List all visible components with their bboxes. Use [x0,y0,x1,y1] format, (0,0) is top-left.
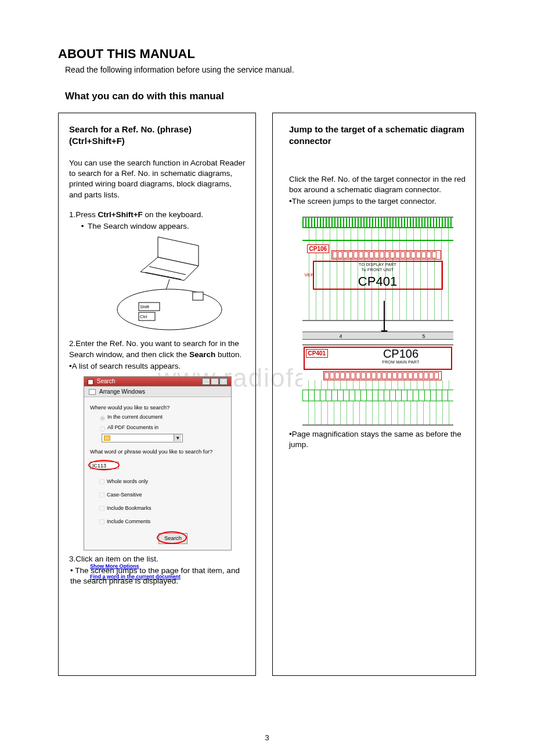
arrange-windows-label: Arrange Windows [99,388,145,396]
dialog-title-text: Search [97,378,116,384]
maximize-icon: □ [211,378,219,385]
step2-bold: Search [189,350,215,359]
schematic-panel-top: CP106 VER TO DISPLAY PART To FRONT UNIT … [302,217,453,321]
check-case-label: Case-Sensitive [107,492,142,498]
heading-what-you-can-do: What you can do with this manual [65,91,476,102]
svg-rect-5 [193,292,203,300]
label-cp106-big: CP106 [355,348,448,359]
ruler-5: 5 [422,333,425,340]
right-desc2: •The screen jumps to the target connecto… [289,196,466,207]
step1-shortcut: Ctrl+Shift+F [98,210,143,219]
connector-pins-top [333,251,440,258]
link-find-word: Find a word in the current document [90,573,225,580]
check-case: Case-Sensitive [96,489,225,501]
step1-suffix: on the keyboard. [143,210,203,219]
box-title-right: Jump to the target of a schematic diagra… [289,124,466,146]
box-title-left: Search for a Ref. No. (phrase) (Ctrl+Shi… [69,124,246,146]
box-search-refno: Search for a Ref. No. (phrase) (Ctrl+Shi… [58,113,256,676]
search-input-wrap: IC113 [90,462,225,469]
arrange-icon [89,389,96,395]
radio-all-label: All PDF Documents in [107,425,158,431]
minimize-icon: _ [202,378,210,385]
folder-dropdown [102,434,183,442]
radio-all-docs: All PDF Documents in [96,423,225,433]
step1-prefix: 1.Press [69,210,98,219]
label-cp401-big: CP401 [302,273,453,290]
dialog-titlebar: Search _ □ × [84,377,231,386]
page-number: 3 [265,733,269,742]
key-ctrl: Ctrl [140,314,147,319]
arrow-down-icon [384,301,385,336]
intro-text: Read the following information before us… [65,65,476,74]
close-icon: × [219,378,228,385]
search-button-wrap: Search [158,533,187,544]
search-dialog-illustration: Search _ □ × Arrange Windows Where would… [84,376,232,550]
box-jump-connector: Jump to the target of a schematic diagra… [272,113,476,676]
link-show-more: Show More Options [90,563,225,570]
label-cp401-small: CP401 [306,349,329,358]
svg-point-4 [117,289,222,330]
label-cp106-top: CP106 [307,244,330,254]
search-button-label: Search [158,533,187,544]
step1-result: The Search window appears. [69,221,246,232]
label-from-main: FROM MAIN PART [355,359,448,365]
check-bookmarks-label: Include Bookmarks [107,505,151,511]
schematic-panel-bottom: CP401 CP106 FROM MAIN PART [302,344,453,426]
radio-current-doc: In the current document [96,413,225,422]
what-label: What word or phrase would you like to se… [90,448,225,456]
page-content: ABOUT THIS MANUAL Read the following inf… [0,0,534,699]
check-comments-label: Include Comments [107,519,150,524]
check-comments: Include Comments [96,516,225,527]
check-whole-label: Whole words only [107,478,148,484]
number-row [302,404,453,410]
right-note: •Page magnification stays the same as be… [289,429,466,450]
radio-current-label: In the current document [107,415,163,420]
step1-result-text: The Search window appears. [88,222,189,231]
schematic-illustration: CP106 VER TO DISPLAY PART To FRONT UNIT … [302,217,453,426]
step2-b: button. [215,350,241,359]
pdf-icon [88,379,93,385]
check-bookmarks: Include Bookmarks [96,503,225,514]
step2-result: •A list of search results appears. [69,361,246,372]
connector-pins-bottom [324,372,441,379]
check-whole-words: Whole words only [96,476,225,487]
laptop-illustration: Shift Ctrl [82,234,233,333]
lower-green-row [302,390,453,401]
folder-icon [104,435,110,441]
search-input-value: IC113 [90,462,119,469]
arrange-windows-bar: Arrange Windows [84,386,231,398]
where-label: Where would you like to search? [90,404,225,412]
label-to-display: TO DISPLAY PART [302,262,453,267]
heading-about: ABOUT THIS MANUAL [58,46,476,62]
step1: 1.Press Ctrl+Shift+F on the keyboard. [69,210,246,220]
ruler-4: 4 [340,333,342,340]
right-desc1: Click the Ref. No. of the target connect… [289,174,466,195]
key-shift: Shift [140,304,150,309]
step2: 2.Enter the Ref. No. you want to search … [69,339,246,359]
left-desc: You can use the search function in Acrob… [69,158,246,200]
label-to-front: To FRONT UNIT [302,267,453,272]
